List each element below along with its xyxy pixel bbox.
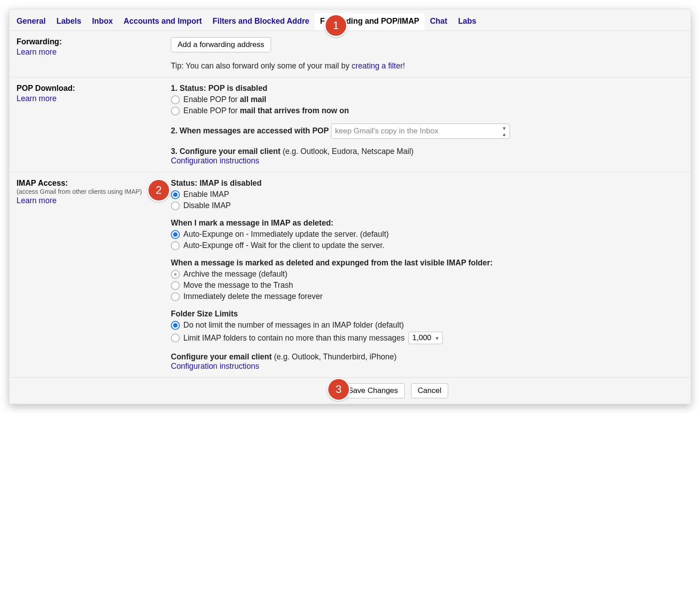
imap-option-enable-label: Enable IMAP (183, 190, 229, 199)
pop-step3-label: 3. Configure your email client (e.g. Out… (171, 147, 683, 156)
radio-icon (171, 201, 180, 210)
imap-folder-nolimit-label: Do not limit the number of messages in a… (183, 320, 404, 330)
pop-learn-more-link[interactable]: Learn more (17, 94, 57, 103)
imap-title: IMAP Access: (17, 179, 165, 188)
section-pop-download: POP Download: Learn more 1. Status: POP … (9, 77, 691, 172)
callout-badge-1: 1 (324, 14, 348, 37)
imap-option-enable[interactable]: Enable IMAP (171, 190, 683, 199)
chevron-updown-icon: ▾ (436, 335, 439, 341)
imap-expunge-trash[interactable]: Move the message to the Trash (171, 281, 683, 290)
imap-deleted-header: When I mark a message in IMAP as deleted… (171, 218, 683, 228)
footer: 3 Save Changes Cancel (9, 378, 691, 404)
imap-expunge-delete-label: Immediately delete the message forever (183, 292, 322, 301)
forwarding-learn-more-link[interactable]: Learn more (17, 47, 57, 57)
imap-expunge-on[interactable]: Auto-Expunge on - Immediately update the… (171, 230, 683, 239)
tab-general[interactable]: General (11, 13, 51, 30)
imap-config-instructions-link[interactable]: Configuration instructions (171, 362, 259, 371)
settings-tabs: General Labels Inbox Accounts and Import… (9, 9, 691, 31)
radio-icon (171, 95, 180, 104)
tab-inbox[interactable]: Inbox (87, 13, 119, 30)
radio-icon (171, 281, 180, 290)
imap-status-label: Status: IMAP is disabled (171, 179, 262, 188)
pop-config-instructions-link[interactable]: Configuration instructions (171, 156, 259, 165)
radio-icon (171, 241, 180, 250)
tab-labs[interactable]: Labs (453, 13, 482, 30)
callout-badge-3: 3 (327, 378, 350, 401)
imap-expunge-off-label: Auto-Expunge off - Wait for the client t… (183, 241, 384, 250)
imap-option-disable-label: Disable IMAP (183, 201, 231, 210)
imap-expunge-on-label: Auto-Expunge on - Immediately update the… (183, 230, 389, 239)
radio-icon (171, 190, 180, 199)
save-changes-button[interactable]: Save Changes (341, 383, 405, 398)
imap-folder-header: Folder Size Limits (171, 309, 683, 319)
settings-panel: General Labels Inbox Accounts and Import… (9, 9, 691, 404)
radio-icon (171, 270, 180, 279)
forwarding-tip: Tip: You can also forward only some of y… (171, 61, 683, 71)
cancel-button[interactable]: Cancel (411, 383, 448, 398)
imap-folder-limit-label: Limit IMAP folders to contain no more th… (183, 333, 405, 343)
imap-option-disable[interactable]: Disable IMAP (171, 201, 683, 210)
imap-folder-limit[interactable]: Limit IMAP folders to contain no more th… (171, 332, 683, 344)
tab-labels[interactable]: Labels (51, 13, 86, 30)
imap-folder-limit-select[interactable]: 1,000 ▾ (408, 332, 443, 344)
tab-chat[interactable]: Chat (424, 13, 453, 30)
imap-folder-nolimit[interactable]: Do not limit the number of messages in a… (171, 320, 683, 330)
add-forwarding-address-button[interactable]: Add a forwarding address (171, 37, 271, 52)
imap-subtitle: (access Gmail from other clients using I… (17, 188, 165, 195)
imap-expunge-off[interactable]: Auto-Expunge off - Wait for the client t… (171, 241, 683, 250)
radio-icon (171, 230, 180, 239)
tab-filters-blocked[interactable]: Filters and Blocked Addre (207, 13, 314, 30)
pop-status-label: 1. Status: POP is disabled (171, 84, 267, 93)
imap-learn-more-link[interactable]: Learn more (17, 196, 57, 205)
create-filter-link[interactable]: creating a filter! (352, 61, 405, 70)
radio-icon (171, 107, 180, 115)
imap-expunge-trash-label: Move the message to the Trash (183, 281, 293, 290)
pop-option-all-mail[interactable]: Enable POP for all mail (171, 95, 683, 104)
radio-icon (171, 321, 180, 330)
imap-expunged-header: When a message is marked as deleted and … (171, 258, 683, 268)
pop-title: POP Download: (17, 84, 165, 93)
imap-expunge-delete[interactable]: Immediately delete the message forever (171, 292, 683, 301)
imap-expunge-archive-label: Archive the message (default) (183, 269, 287, 279)
imap-folder-limit-value: 1,000 (412, 333, 432, 342)
imap-expunge-archive[interactable]: Archive the message (default) (171, 269, 683, 279)
chevron-updown-icon: ▾▴ (503, 125, 506, 137)
pop-step2-label: 2. When messages are accessed with POP (171, 126, 329, 135)
pop-option-new-mail[interactable]: Enable POP for mail that arrives from no… (171, 106, 683, 115)
section-forwarding: Forwarding: Learn more Add a forwarding … (9, 31, 691, 77)
callout-badge-2: 2 (147, 179, 170, 202)
tab-accounts-import[interactable]: Accounts and Import (118, 13, 207, 30)
imap-configure-label: Configure your email client (e.g. Outloo… (171, 352, 683, 362)
section-imap-access: IMAP Access: (access Gmail from other cl… (9, 172, 691, 378)
pop-action-select[interactable]: keep Gmail's copy in the Inbox ▾▴ (331, 124, 510, 139)
radio-icon (171, 333, 180, 342)
forwarding-title: Forwarding: (17, 37, 165, 47)
pop-action-select-value: keep Gmail's copy in the Inbox (335, 127, 438, 136)
forwarding-tip-text: Tip: You can also forward only some of y… (171, 61, 352, 70)
radio-icon (171, 292, 180, 301)
